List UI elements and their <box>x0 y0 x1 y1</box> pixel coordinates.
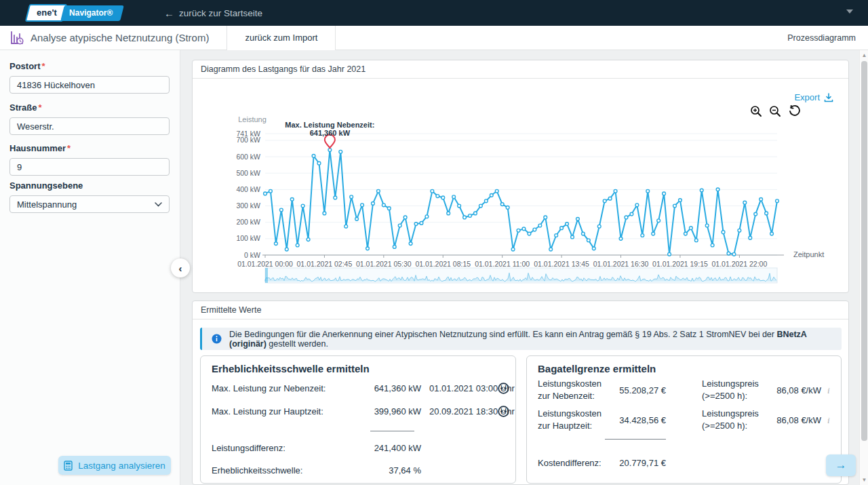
tab-back-to-import[interactable]: zurück zum Import <box>226 26 336 50</box>
topbar: ene't Navigator® ← zurück zur Startseite <box>0 0 868 26</box>
svg-text:200 kW: 200 kW <box>236 218 260 226</box>
back-to-start-link[interactable]: ← zurück zur Startseite <box>164 7 262 19</box>
threshold-card-title: Erheblichkeitsschwelle ermitteln <box>212 363 370 374</box>
show-on-chart-eye-icon[interactable] <box>498 383 509 394</box>
row-value: 34.428,56 € <box>608 415 666 425</box>
sidebar-form: Postort* Straße* Hausnummer* Spannungseb… <box>0 50 180 485</box>
svg-text:Leistung: Leistung <box>238 115 267 123</box>
sum-divider <box>605 439 666 440</box>
svg-text:700 kW: 700 kW <box>236 136 260 144</box>
chart-panel-title: Diagramm des Lastgangs für das Jahr 2021 <box>193 60 848 79</box>
download-icon <box>824 93 833 102</box>
calculator-icon <box>64 461 73 471</box>
svg-text:641,360 kW: 641,360 kW <box>310 129 351 137</box>
svg-text:01.01.2021 11:00: 01.01.2021 11:00 <box>475 260 530 268</box>
diff-value: 20.779,71 € <box>608 458 666 468</box>
page-title: Analyse atypische Netznutzung (Strom) <box>31 32 209 43</box>
row-label: Max. Leistung zur Hauptzeit: <box>212 406 323 416</box>
logo-navigator: Navigator® <box>60 5 124 21</box>
postort-input[interactable] <box>9 76 170 94</box>
svg-text:400 kW: 400 kW <box>236 185 260 193</box>
required-star: * <box>42 61 45 71</box>
svg-text:01.01.2021 16:30: 01.01.2021 16:30 <box>593 260 649 268</box>
module-header: Analyse atypische Netznutzung (Strom) zu… <box>0 26 868 50</box>
svg-text:01.01.2021 22:00: 01.01.2021 22:00 <box>711 260 767 268</box>
price-info-icon[interactable]: i <box>827 385 830 396</box>
analyze-load-profile-button[interactable]: Lastgang analysieren <box>58 456 171 475</box>
svg-text:01.01.2021 08:15: 01.01.2021 08:15 <box>415 260 471 268</box>
diff-label: Leistungsdifferenz: <box>212 443 285 453</box>
spannungsebene-label: Spannungsebene <box>9 180 170 191</box>
svg-text:500 kW: 500 kW <box>236 169 260 177</box>
row-label: Leistungskostenzur Nebenzeit: <box>538 379 601 401</box>
svg-text:0 kW: 0 kW <box>244 251 260 259</box>
back-to-start-label: zurück zur Startseite <box>179 8 262 18</box>
diff-value: 241,400 kW <box>360 443 421 453</box>
threshold-card: Erheblichkeitsschwelle ermitteln Max. Le… <box>200 355 516 484</box>
scroll-up-icon[interactable]: ▲ <box>860 51 868 60</box>
bar-chart-clock-icon <box>9 31 24 45</box>
show-on-chart-eye-icon[interactable] <box>498 406 509 417</box>
field-hausnummer: Hausnummer* <box>9 143 170 176</box>
threshold-value: 37,64 % <box>360 465 421 476</box>
spannungsebene-select[interactable]: Mittelspannung <box>9 195 170 213</box>
svg-text:01.01.2021 05:30: 01.01.2021 05:30 <box>356 260 412 268</box>
field-postort: Postort* <box>9 61 170 94</box>
row-label: Leistungskostenzur Hauptzeit: <box>538 408 601 431</box>
results-panel: Ermittelte Werte Die Bedingungen für die… <box>192 300 849 485</box>
svg-text:Zeitpunkt: Zeitpunkt <box>793 250 824 258</box>
chart-panel: Diagramm des Lastgangs für das Jahr 2021… <box>192 60 849 293</box>
svg-text:01.01.2021 02:45: 01.01.2021 02:45 <box>297 260 353 268</box>
bagatell-card: Bagatellgrenze ermitteln Leistungskosten… <box>526 355 842 484</box>
lastgang-line-chart[interactable]: 741 kW700 kW600 kW500 kW400 kW300 kW200 … <box>193 113 848 292</box>
dropdown-caret-icon[interactable] <box>846 9 853 14</box>
hausnummer-input[interactable] <box>9 158 170 176</box>
threshold-label: Erheblichkeitsschwelle: <box>212 465 302 476</box>
postort-label: Postort <box>9 61 41 71</box>
results-panel-title: Ermittelte Werte <box>193 301 848 319</box>
price-value: 86,08 €/kW <box>766 415 821 425</box>
required-star: * <box>67 143 71 153</box>
export-button[interactable]: Export <box>794 92 833 102</box>
row-value: 399,960 kW <box>360 406 421 416</box>
process-diagram-link[interactable]: Prozessdiagramm <box>787 33 856 43</box>
enet-navigator-logo[interactable]: ene't Navigator® <box>27 5 122 21</box>
row-value: 55.208,27 € <box>608 385 666 395</box>
hausnummer-label: Hausnummer <box>9 143 66 153</box>
info-alert: Die Bedingungen für die Anerkennung eine… <box>200 328 842 350</box>
sum-divider <box>370 431 414 431</box>
price-label: Leistungspreis(>=2500 h): <box>702 379 759 401</box>
analyze-button-label: Lastgang analysieren <box>78 461 165 471</box>
svg-text:01.01.2021 19:15: 01.01.2021 19:15 <box>652 260 708 268</box>
strasse-input[interactable] <box>9 117 170 135</box>
chevron-down-icon <box>155 202 162 207</box>
field-spannungsebene: Spannungsebene Mittelspannung <box>9 180 170 213</box>
next-step-button[interactable]: → <box>826 454 856 476</box>
scroll-down-icon[interactable]: ▼ <box>860 476 868 484</box>
export-label: Export <box>794 92 820 102</box>
field-strasse: Straße* <box>9 102 170 135</box>
row-value: 641,360 kW <box>360 383 421 393</box>
alert-text: Die Bedingungen für die Anerkennung eine… <box>229 330 842 349</box>
svg-text:100 kW: 100 kW <box>236 234 260 242</box>
price-value: 86,08 €/kW <box>766 385 821 395</box>
spannungsebene-value: Mittelspannung <box>17 199 77 210</box>
price-info-icon[interactable]: i <box>827 415 830 426</box>
required-star: * <box>38 102 41 113</box>
bagatell-card-title: Bagatellgrenze ermitteln <box>538 363 656 374</box>
svg-text:300 kW: 300 kW <box>236 201 260 210</box>
svg-text:Max. Leistung Nebenzeit:: Max. Leistung Nebenzeit: <box>285 121 374 129</box>
row-label: Max. Leistung zur Nebenzeit: <box>212 383 326 393</box>
diff-label: Kostendifferenz: <box>538 458 601 468</box>
vertical-scrollbar[interactable]: ▲ ▼ <box>859 50 868 485</box>
back-arrow-icon: ← <box>164 7 174 19</box>
strasse-label: Straße <box>9 102 37 113</box>
price-label: Leistungspreis(>=2500 h): <box>702 408 759 431</box>
sidebar-collapse-button[interactable]: ‹ <box>171 258 190 277</box>
scrollbar-thumb[interactable] <box>861 61 867 441</box>
info-icon <box>212 334 222 344</box>
svg-text:600 kW: 600 kW <box>236 153 260 161</box>
svg-text:01.01.2021 13:45: 01.01.2021 13:45 <box>534 260 589 268</box>
svg-text:01.01.2021 00:00: 01.01.2021 00:00 <box>237 260 293 268</box>
